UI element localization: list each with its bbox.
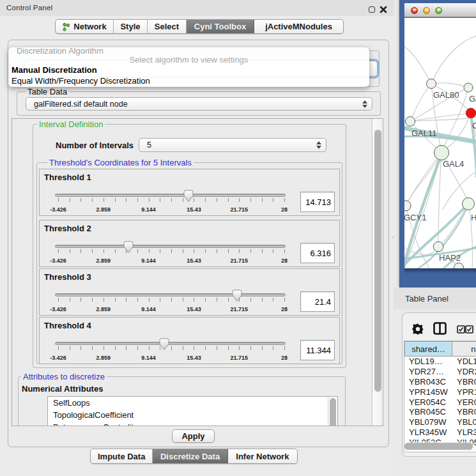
cell-name[interactable]: YBR043C	[452, 377, 476, 387]
close-icon[interactable]	[380, 6, 387, 13]
network-node-gcy1[interactable]	[404, 201, 411, 211]
tab-infer-network-label: Infer Network	[236, 452, 289, 461]
cell-shared-name[interactable]: YER054C	[404, 397, 452, 407]
numerical-attributes-label: Numerical Attributes	[22, 384, 103, 394]
cell-name[interactable]: YDR277C	[452, 367, 476, 376]
checkbox-checked-icon[interactable]	[457, 325, 465, 336]
table-row[interactable]: YER054C YER054C	[404, 397, 476, 407]
tab-network[interactable]: Network	[56, 20, 114, 33]
numerical-attributes-list[interactable]: SelfLoops TopologicalCoefficient Between…	[47, 396, 338, 426]
popup-item-equal-width[interactable]: Equal Width/Frequency Discretization	[12, 76, 150, 86]
threshold-slider-thumb[interactable]	[183, 190, 194, 203]
cell-name[interactable]: YPR145W	[452, 387, 476, 397]
column-header-shared-name[interactable]: shared…	[404, 341, 452, 357]
cell-name[interactable]: YDL194W	[452, 357, 476, 366]
table-row[interactable]: YPR145W YPR145W	[404, 387, 476, 397]
close-traffic-light[interactable]	[411, 7, 418, 14]
split-columns-icon[interactable]	[433, 322, 447, 337]
attributes-list-scrollbar[interactable]	[328, 397, 337, 426]
top-tab-bar: Network Style Select Cyni Toolbox jActiv…	[55, 19, 344, 34]
tab-discretize-data[interactable]: Discretize Data	[153, 449, 227, 463]
threshold-slider-track[interactable]	[55, 194, 286, 197]
tab-infer-network[interactable]: Infer Network	[228, 449, 297, 463]
table-row[interactable]: YLR345W YLR345W	[404, 427, 476, 438]
table-row[interactable]: YDL19… YDL194W	[404, 357, 476, 367]
slider-scale-label: 21.715	[230, 355, 248, 361]
network-graph: GAL80 GA C GAL11 GAL4 GCY1 H HAP2	[404, 18, 476, 268]
splitter-handle[interactable]: ‹	[392, 234, 395, 239]
apply-row: Apply	[8, 426, 390, 447]
node-table: shared… name YDL19… YDL194W YDR27… YDR27…	[404, 341, 476, 452]
node-label: GAL11	[411, 128, 437, 138]
slider-ticks	[58, 249, 284, 254]
network-canvas[interactable]: GAL80 GA C GAL11 GAL4 GCY1 H HAP2	[404, 18, 476, 268]
network-node-gal11[interactable]	[405, 116, 415, 126]
minimize-traffic-light[interactable]	[423, 7, 430, 14]
table-row[interactable]: YBL079W YBL079W	[404, 417, 476, 427]
cell-shared-name[interactable]: YDR27…	[404, 367, 452, 376]
settings-scrollpane: Interval Definition Number of Intervals …	[12, 118, 383, 426]
cell-shared-name[interactable]: YBR045C	[404, 407, 452, 417]
table-horizontal-scrollbar[interactable]	[404, 443, 473, 450]
threshold-slider-track[interactable]	[55, 245, 286, 248]
table-row[interactable]: YBR045C YBR045C	[404, 407, 476, 417]
cell-shared-name[interactable]: YDL19…	[404, 357, 452, 366]
tab-select[interactable]: Select	[148, 20, 187, 33]
threshold-slider-track[interactable]	[55, 342, 286, 345]
table-row[interactable]: YBR043C YBR043C	[404, 377, 476, 387]
slider-scale-label: 15.43	[187, 257, 201, 264]
gear-icon[interactable]	[412, 323, 424, 337]
cell-name[interactable]: YBL079W	[452, 417, 476, 427]
scrollbar-thumb[interactable]	[330, 398, 336, 426]
float-window-icon[interactable]	[369, 6, 375, 13]
table-body: YDL19… YDL194W YDR27… YDR277C YBR043C YB…	[404, 357, 476, 447]
number-of-intervals-combo[interactable]: 5	[139, 138, 326, 152]
cell-name[interactable]: YLR345W	[452, 427, 476, 437]
tab-impute-data[interactable]: Impute Data	[91, 449, 153, 463]
tab-style-label: Style	[120, 22, 140, 31]
table-panel-titlebar: Table Panel	[394, 288, 476, 309]
network-node[interactable]	[464, 83, 473, 92]
threshold-slider-thumb[interactable]	[123, 241, 134, 254]
popup-item-manual-discretization[interactable]: Manual Discretization	[12, 65, 97, 75]
network-node-hap2[interactable]	[433, 242, 443, 252]
tab-cyni-toolbox[interactable]: Cyni Toolbox	[187, 20, 254, 33]
list-item[interactable]: TopologicalCoefficient	[48, 409, 337, 421]
cell-name[interactable]: YER054C	[452, 397, 476, 407]
threshold-slider-track[interactable]	[55, 293, 286, 296]
threshold-value-field[interactable]: 14.713	[300, 192, 335, 212]
threshold-value: 21.4	[315, 297, 331, 307]
table-data-combo[interactable]: galFiltered.sif default node	[26, 97, 372, 111]
tab-jactivemnodules[interactable]: jActiveMNodules	[254, 20, 343, 33]
list-item[interactable]: SelfLoops	[48, 397, 337, 409]
threshold-value-field[interactable]: 21.4	[300, 291, 335, 312]
cell-shared-name[interactable]: YPR145W	[404, 387, 452, 397]
node-label: H	[471, 213, 476, 222]
apply-button[interactable]: Apply	[172, 429, 215, 443]
cell-shared-name[interactable]: YLR345W	[404, 427, 452, 437]
network-node-selected-red[interactable]	[466, 108, 476, 118]
threshold-2-panel: Threshold 2 -3.4262.8599.14415.4321.7152…	[39, 220, 340, 267]
tab-style[interactable]: Style	[114, 20, 148, 33]
threshold-slider-thumb[interactable]	[159, 338, 169, 351]
thresholds-group-title: Threshold's Coordinates for 5 Intervals	[47, 158, 194, 167]
network-window-titlebar[interactable]	[404, 3, 476, 17]
list-item[interactable]: BetweennessCentrality	[48, 421, 337, 426]
cell-name[interactable]: YBR045C	[452, 407, 476, 417]
network-node-gal4[interactable]	[434, 145, 449, 160]
node-label: GA	[469, 94, 476, 104]
zoom-traffic-light[interactable]	[435, 7, 442, 14]
column-header-name[interactable]: name	[452, 341, 476, 357]
cell-shared-name[interactable]: YBR043C	[404, 377, 452, 387]
threshold-value-field[interactable]: 6.316	[300, 243, 335, 263]
threshold-slider-thumb[interactable]	[232, 289, 242, 302]
threshold-value-field[interactable]: 11.344	[300, 340, 335, 360]
network-node-gal80[interactable]	[426, 79, 436, 88]
slider-scale-label: -3.426	[50, 206, 66, 213]
scrollbar-thumb[interactable]	[374, 130, 381, 392]
table-row[interactable]: YDR27… YDR277C	[404, 367, 476, 377]
cell-shared-name[interactable]: YBL079W	[404, 417, 452, 427]
network-node[interactable]	[462, 197, 474, 210]
checkbox-checked-icon[interactable]	[465, 325, 473, 336]
settings-scrollbar[interactable]	[372, 119, 383, 426]
